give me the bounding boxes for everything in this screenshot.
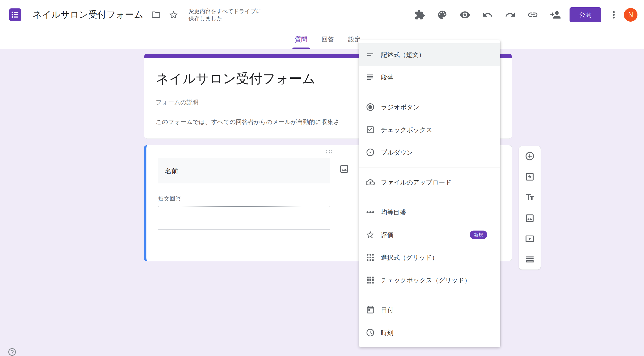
redo-icon[interactable] [505,9,516,20]
header-actions [414,9,561,20]
question-title-text: 名前 [165,167,178,176]
help-icon[interactable] [8,347,17,356]
add-image-icon[interactable] [525,213,535,223]
question-footer-divider [158,229,330,230]
file-upload-icon [366,178,375,187]
header-top-row: ネイルサロン受付フォーム 変更内容をすべてドライブに 保存しました [0,0,644,29]
add-title-and-description-icon[interactable] [525,192,535,202]
customize-theme-icon[interactable] [437,9,448,20]
menu-item-file-upload[interactable]: ファイルのアップロード [359,171,500,194]
add-ons-icon[interactable] [414,9,425,20]
question-title-input[interactable]: 名前 [158,158,330,184]
short-answer-preview: 短文回答 [158,195,330,207]
add-collaborators-icon[interactable] [550,9,561,20]
menu-item-multiple-choice[interactable]: ラジオボタン [359,96,500,118]
publish-button[interactable]: 公開 [570,7,601,22]
account-avatar[interactable]: N [624,8,637,22]
import-questions-icon[interactable] [525,172,535,182]
add-image-to-question-icon[interactable] [339,164,349,174]
save-status-line1: 変更内容をすべてドライブに [189,8,262,14]
form-tabs: 質問 回答 設定 [6,29,644,49]
linear-scale-icon [366,208,375,217]
menu-item-rating[interactable]: 評価 新規 [359,224,500,246]
new-badge: 新規 [470,231,487,239]
question-type-menu: 記述式（短文） 段落 ラジオボタン チェックボックス プルダウン [359,40,500,347]
menu-item-time[interactable]: 時刻 [359,321,500,344]
menu-divider [359,197,500,197]
add-question-icon[interactable] [525,151,535,161]
menu-item-checkboxes[interactable]: チェックボックス [359,118,500,141]
choice-grid-icon [366,253,375,262]
menu-item-checkbox-grid[interactable]: チェックボックス（グリッド） [359,269,500,291]
menu-item-paragraph[interactable]: 段落 [359,66,500,88]
time-icon [366,328,375,337]
menu-divider [359,295,500,295]
menu-item-date[interactable]: 日付 [359,299,500,321]
star-icon[interactable] [169,10,179,20]
preview-icon[interactable] [459,9,470,20]
menu-divider [359,167,500,167]
menu-item-multiple-choice-grid[interactable]: 選択式（グリッド） [359,246,500,269]
checkbox-icon [366,125,375,134]
drag-handle-icon[interactable] [325,149,334,154]
tab-responses[interactable]: 回答 [314,29,341,49]
more-options-icon[interactable] [608,9,619,20]
tab-questions[interactable]: 質問 [288,29,314,49]
app-header: ネイルサロン受付フォーム 変更内容をすべてドライブに 保存しました [0,0,644,49]
add-video-icon[interactable] [525,234,535,244]
dropdown-icon [366,148,375,157]
google-forms-editor: ネイルサロン受付フォーム 変更内容をすべてドライブに 保存しました [0,0,644,356]
radio-icon [366,103,375,112]
forms-logo-icon[interactable] [8,8,22,22]
menu-divider [359,92,500,92]
undo-icon[interactable] [482,9,493,20]
copy-link-icon[interactable] [527,9,538,20]
menu-item-short-answer[interactable]: 記述式（短文） [359,43,500,66]
add-section-icon[interactable] [525,254,535,264]
checkbox-grid-icon [366,276,375,285]
save-status-line2: 保存しました [189,15,222,22]
short-text-icon [366,50,375,59]
rating-star-icon [366,230,375,239]
menu-item-linear-scale[interactable]: 均等目盛 [359,201,500,224]
date-icon [366,305,375,315]
menu-item-dropdown[interactable]: プルダウン [359,141,500,164]
move-to-folder-icon[interactable] [151,10,161,20]
floating-toolbar [519,146,541,270]
paragraph-icon [366,73,375,82]
save-status[interactable]: 変更内容をすべてドライブに 保存しました [189,8,262,22]
document-title[interactable]: ネイルサロン受付フォーム [33,9,143,21]
